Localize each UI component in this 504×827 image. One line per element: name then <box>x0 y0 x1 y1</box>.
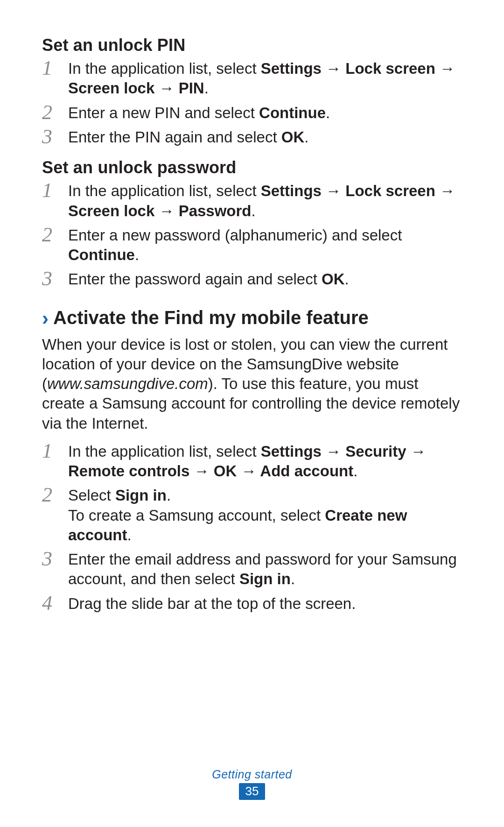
section-password: Set an unlock password 1 In the applicat… <box>42 157 462 289</box>
section-pin: Set an unlock PIN 1 In the application l… <box>42 35 462 147</box>
heading-findmymobile: ›Activate the Find my mobile feature <box>42 307 462 330</box>
step-number: 2 <box>42 485 68 505</box>
pin-step-2: 2 Enter a new PIN and select Continue. <box>42 103 462 123</box>
find-step-4: 4 Drag the slide bar at the top of the s… <box>42 594 462 614</box>
find-step-3: 3 Enter the email address and password f… <box>42 550 462 589</box>
manual-page: Set an unlock PIN 1 In the application l… <box>0 0 504 827</box>
step-number: 1 <box>42 441 68 461</box>
step-text: Enter the email address and password for… <box>68 550 462 589</box>
heading-password: Set an unlock password <box>42 157 462 177</box>
step-text: Enter a new PIN and select Continue. <box>68 103 330 123</box>
page-number: 35 <box>239 783 266 800</box>
step-text: In the application list, select Settings… <box>68 442 462 481</box>
find-step-1: 1 In the application list, select Settin… <box>42 442 462 481</box>
step-text: Enter the password again and select OK. <box>68 269 349 289</box>
chevron-icon: › <box>42 307 49 329</box>
step-number: 1 <box>42 58 68 78</box>
step-text: Drag the slide bar at the top of the scr… <box>68 594 356 614</box>
step-text: Enter a new password (alphanumeric) and … <box>68 226 462 265</box>
step-number: 3 <box>42 549 68 569</box>
step-text: In the application list, select Settings… <box>68 59 462 98</box>
page-footer: Getting started 35 <box>0 768 504 800</box>
step-number: 2 <box>42 102 68 123</box>
pwd-step-1: 1 In the application list, select Settin… <box>42 181 462 220</box>
step-number: 3 <box>42 127 68 147</box>
url-text: www.samsungdive.com <box>47 375 208 392</box>
heading-pin: Set an unlock PIN <box>42 35 462 55</box>
pin-step-3: 3 Enter the PIN again and select OK. <box>42 127 462 147</box>
findmymobile-intro: When your device is lost or stolen, you … <box>42 335 462 433</box>
step-text: In the application list, select Settings… <box>68 181 462 220</box>
step-text: Select Sign in. To create a Samsung acco… <box>68 486 462 545</box>
pwd-step-2: 2 Enter a new password (alphanumeric) an… <box>42 226 462 265</box>
pin-step-1: 1 In the application list, select Settin… <box>42 59 462 98</box>
step-number: 2 <box>42 225 68 245</box>
footer-section-label: Getting started <box>0 768 504 781</box>
step-text: Enter the PIN again and select OK. <box>68 127 308 147</box>
step-number: 3 <box>42 269 68 289</box>
step-number: 4 <box>42 593 68 614</box>
step-number: 1 <box>42 180 68 201</box>
find-step-2: 2 Select Sign in. To create a Samsung ac… <box>42 486 462 545</box>
section-findmymobile: ›Activate the Find my mobile feature Whe… <box>42 307 462 613</box>
pwd-step-3: 3 Enter the password again and select OK… <box>42 269 462 289</box>
